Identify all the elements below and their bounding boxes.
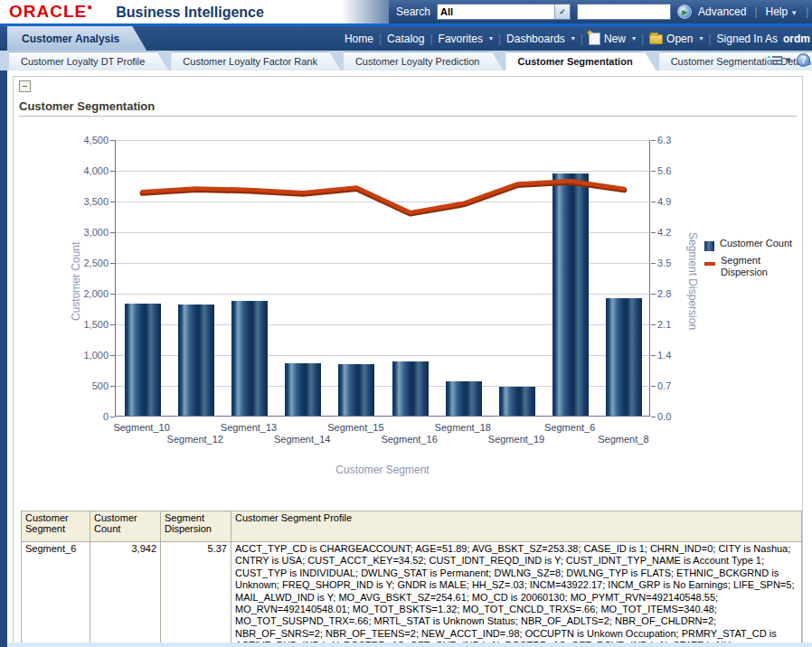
page-tools: ▼ ? bbox=[768, 53, 810, 67]
signed-in-as: Signed In Asordm bbox=[717, 33, 810, 45]
x-tick-segment_16: Segment_16 bbox=[366, 434, 453, 445]
x-tick-segment_13: Segment_13 bbox=[205, 422, 292, 433]
chevron-down-icon: ▾ bbox=[632, 34, 636, 42]
dispersion-cell: 5.37 bbox=[161, 542, 231, 647]
global-menu: Home|Catalog|Favorites▾|Dashboards▾|New▾… bbox=[345, 33, 812, 45]
legend-bar-swatch bbox=[704, 241, 714, 251]
right-axis-tick: 5.6 bbox=[657, 165, 694, 176]
column-header: Segment Dispersion bbox=[161, 511, 231, 542]
x-tick-segment_14: Segment_14 bbox=[259, 434, 345, 445]
menu-item-new[interactable]: New▾ bbox=[589, 33, 636, 45]
page-options-icon[interactable] bbox=[768, 54, 782, 67]
left-axis-tick: 1,500 bbox=[25, 319, 109, 330]
obiee-window: ORACLE● Business Intelligence Search All… bbox=[0, 0, 812, 647]
right-axis-tick: 4.9 bbox=[657, 196, 694, 207]
chevron-down-icon: ▾ bbox=[699, 34, 703, 42]
chevron-down-icon[interactable]: ✓ bbox=[554, 5, 570, 19]
column-header: Customer Segment Profile bbox=[231, 511, 802, 542]
section-title: Customer Segmentation bbox=[19, 99, 797, 117]
new-document-icon bbox=[589, 33, 600, 45]
right-axis-tick: 2.1 bbox=[657, 319, 694, 330]
page-content: − Customer Segmentation Customer Count S… bbox=[0, 70, 812, 647]
x-tick-segment_10: Segment_10 bbox=[99, 422, 185, 433]
x-tick-segment_19: Segment_19 bbox=[473, 434, 560, 445]
search-input[interactable] bbox=[577, 4, 671, 20]
x-axis-title: Customer Segment bbox=[115, 464, 650, 476]
collapse-section-button[interactable]: − bbox=[19, 80, 31, 92]
x-tick-segment_18: Segment_18 bbox=[420, 422, 506, 433]
count-cell: 3,942 bbox=[90, 542, 161, 647]
search-bar: Search All ✓ ▶ Advanced | Help▼ | Sign O… bbox=[389, 0, 812, 23]
bottom-scroll-strip[interactable] bbox=[7, 642, 812, 647]
menu-item-open[interactable]: Open▾ bbox=[649, 33, 703, 45]
search-label: Search bbox=[396, 5, 430, 18]
open-folder-icon bbox=[649, 34, 663, 44]
right-axis-tick: 6.3 bbox=[657, 135, 694, 145]
tab-customer-loyalty-prediction[interactable]: Customer Loyalty Prediction bbox=[344, 52, 504, 70]
left-axis-tick: 4,500 bbox=[25, 135, 109, 145]
segment-table: Customer SegmentCustomer CountSegment Di… bbox=[21, 511, 802, 647]
menu-item-dashboards[interactable]: Dashboards▾ bbox=[506, 33, 575, 45]
tab-customer-loyalty-dt-profile[interactable]: Customer Loyalty DT Profile bbox=[9, 52, 168, 70]
left-axis-tick: 500 bbox=[25, 380, 109, 391]
dashboard-page-tabs: Customer Loyalty DT ProfileCustomer Loya… bbox=[0, 51, 812, 71]
table-row: Segment_63,9425.37ACCT_TYP_CD is CHARGEA… bbox=[22, 542, 802, 647]
table-body: Segment_63,9425.37ACCT_TYP_CD is CHARGEA… bbox=[22, 542, 802, 647]
signed-in-user: ordm bbox=[783, 33, 810, 45]
left-axis-tick: 0 bbox=[25, 411, 109, 422]
right-axis-tick: 0.7 bbox=[657, 380, 694, 391]
menu-item-favorites[interactable]: Favorites▾ bbox=[439, 33, 493, 45]
x-tick-segment_8: Segment_8 bbox=[580, 434, 666, 445]
left-axis-tick: 3,500 bbox=[25, 196, 109, 207]
tab-customer-segmentation[interactable]: Customer Segmentation bbox=[505, 52, 656, 70]
left-axis-tick: 2,000 bbox=[25, 288, 109, 299]
search-go-button[interactable]: ▶ bbox=[677, 5, 692, 19]
dashboard-title-tab[interactable]: Customer Analysis bbox=[7, 26, 146, 51]
left-axis-tick: 1,000 bbox=[25, 350, 109, 361]
advanced-link[interactable]: Advanced bbox=[698, 5, 746, 18]
chart-legend: Customer CountSegment Dispersion bbox=[704, 238, 798, 282]
x-tick-segment_6: Segment_6 bbox=[526, 422, 613, 433]
section-panel: − Customer Segmentation Customer Count S… bbox=[13, 76, 803, 647]
brand: ORACLE● Business Intelligence bbox=[0, 2, 389, 22]
segmentation-chart: Customer Count Segment Dispersion Custom… bbox=[19, 127, 797, 489]
plot-area bbox=[115, 140, 650, 417]
table-header-row: Customer SegmentCustomer CountSegment Di… bbox=[22, 511, 802, 542]
chevron-down-icon: ▾ bbox=[571, 34, 575, 42]
column-header: Customer Count bbox=[90, 511, 161, 542]
segment-cell: Segment_6 bbox=[22, 542, 90, 647]
legend-item: Segment Dispersion bbox=[704, 255, 798, 278]
right-axis-tick: 0.0 bbox=[657, 411, 694, 422]
help-icon[interactable]: ? bbox=[797, 53, 810, 67]
x-tick-segment_15: Segment_15 bbox=[312, 422, 399, 433]
left-axis-tick: 3,000 bbox=[25, 227, 109, 238]
right-axis-tick: 1.4 bbox=[657, 350, 694, 361]
tab-customer-loyalty-factor-rank[interactable]: Customer Loyalty Factor Rank bbox=[171, 52, 341, 70]
menu-item-home[interactable]: Home bbox=[345, 33, 373, 45]
dispersion-line bbox=[116, 140, 651, 417]
left-axis-tick: 4,000 bbox=[25, 165, 109, 176]
oracle-logo: ORACLE● bbox=[9, 2, 92, 22]
right-axis-tick: 4.2 bbox=[657, 227, 694, 238]
chevron-down-icon: ▾ bbox=[489, 34, 493, 42]
help-menu[interactable]: Help▼ bbox=[766, 5, 798, 18]
right-axis-tick: 3.5 bbox=[657, 258, 694, 268]
legend-item: Customer Count bbox=[704, 238, 798, 251]
profile-cell: ACCT_TYP_CD is CHARGEACCOUNT; AGE=51.89;… bbox=[231, 542, 802, 647]
left-edge-strip bbox=[0, 70, 7, 647]
left-axis-tick: 2,500 bbox=[25, 258, 109, 268]
legend-line-swatch bbox=[704, 262, 715, 266]
menu-item-catalog[interactable]: Catalog bbox=[387, 33, 424, 45]
chevron-down-icon: ▼ bbox=[785, 56, 792, 64]
chevron-down-icon: ▼ bbox=[790, 9, 798, 17]
search-scope-select[interactable]: All ✓ bbox=[437, 4, 571, 20]
right-axis-tick: 2.8 bbox=[657, 288, 694, 299]
global-navbar: Customer Analysis Home|Catalog|Favorites… bbox=[0, 26, 812, 51]
product-title: Business Intelligence bbox=[116, 5, 264, 21]
top-brand-bar: ORACLE● Business Intelligence Search All… bbox=[0, 0, 812, 23]
column-header: Customer Segment bbox=[22, 511, 90, 542]
left-axis-title: Customer Count bbox=[70, 191, 82, 371]
x-tick-segment_12: Segment_12 bbox=[152, 434, 239, 445]
